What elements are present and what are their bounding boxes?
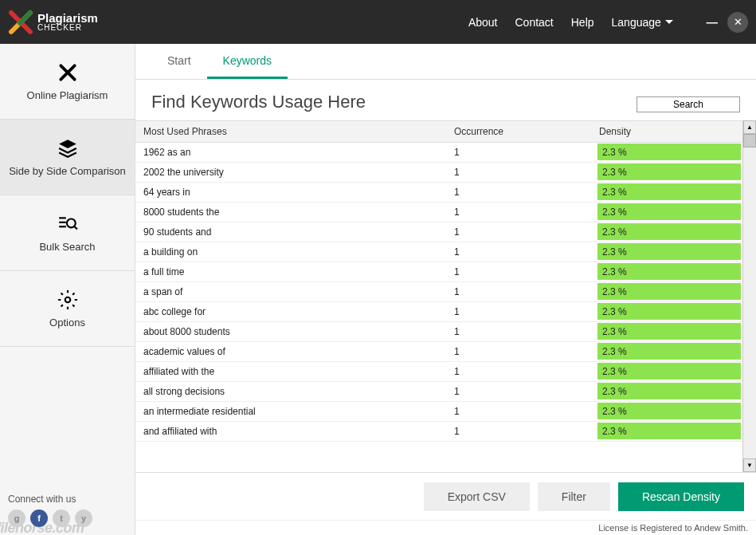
sidebar-item-label: Online Plagiarism [27, 89, 108, 101]
cell-phrase: 2002 the university [135, 167, 454, 178]
sidebar-item-label: Options [49, 317, 85, 328]
table-row[interactable]: 64 years in12.3 % [135, 183, 742, 203]
sidebar-item-label: Side by Side Comparison [9, 165, 126, 177]
status-bar: License is Registered to Andew Smith. [135, 520, 756, 535]
cell-density: 2.3 % [597, 323, 741, 340]
cell-occurrence: 1 [454, 366, 597, 377]
vertical-scrollbar[interactable]: ▲ ▼ [742, 120, 756, 472]
cell-occurrence: 1 [454, 207, 597, 218]
nav-contact[interactable]: Contact [515, 16, 553, 29]
content-area: Start Keywords Find Keywords Usage Here … [135, 44, 756, 535]
cell-density: 2.3 % [597, 203, 741, 221]
app-logo: Plagiarism CHECKER [8, 10, 98, 35]
cell-phrase: abc college for [135, 306, 454, 317]
list-search-icon [57, 214, 78, 234]
tab-keywords[interactable]: Keywords [207, 45, 288, 79]
cell-density: 2.3 % [597, 163, 741, 181]
cell-density: 2.3 % [597, 383, 741, 400]
export-csv-button[interactable]: Export CSV [424, 482, 530, 511]
layers-icon [57, 138, 78, 159]
cell-phrase: about 8000 students [135, 326, 454, 337]
table-row[interactable]: 90 students and12.3 % [135, 222, 742, 242]
search-input[interactable]: Search [637, 96, 740, 112]
sidebar-item-options[interactable]: Options [0, 271, 135, 347]
cell-density: 2.3 % [597, 183, 741, 201]
cell-occurrence: 1 [454, 406, 597, 417]
cell-density: 2.3 % [597, 423, 741, 440]
table-row[interactable]: about 8000 students12.3 % [135, 322, 742, 342]
social-google-icon[interactable]: g [8, 509, 25, 527]
cell-density: 2.3 % [597, 263, 741, 281]
table-row[interactable]: academic values of12.3 % [135, 342, 742, 362]
connect-label: Connect with us [8, 494, 127, 505]
tab-start[interactable]: Start [151, 45, 207, 79]
column-header-phrase[interactable]: Most Used Phrases [135, 126, 454, 137]
sidebar-item-comparison[interactable]: Side by Side Comparison [0, 120, 135, 195]
cell-occurrence: 1 [454, 266, 597, 277]
cell-phrase: 1962 as an [135, 147, 454, 158]
cell-phrase: an intermediate residential [135, 406, 454, 417]
logo-subtitle: CHECKER [37, 24, 98, 32]
table-row[interactable]: and affiliated with12.3 % [135, 422, 742, 442]
table-row[interactable]: a span of12.3 % [135, 282, 742, 302]
sidebar-item-bulk-search[interactable]: Bulk Search [0, 195, 135, 271]
cell-density: 2.3 % [597, 303, 741, 321]
rescan-density-button[interactable]: Rescan Density [618, 482, 744, 511]
svg-point-3 [66, 218, 75, 227]
cell-density: 2.3 % [597, 223, 741, 241]
page-heading: Find Keywords Usage Here [151, 92, 366, 112]
nav-about[interactable]: About [468, 16, 498, 29]
column-header-density[interactable]: Density [597, 126, 742, 137]
table-row[interactable]: 8000 students the12.3 % [135, 203, 742, 222]
table-row[interactable]: 1962 as an12.3 % [135, 143, 742, 163]
cell-phrase: and affiliated with [135, 426, 454, 437]
table-row[interactable]: all strong decisions12.3 % [135, 382, 742, 402]
social-youtube-icon[interactable]: y [75, 509, 92, 527]
scroll-thumb[interactable] [743, 134, 756, 148]
cell-phrase: a span of [135, 286, 454, 297]
gear-icon [57, 289, 78, 310]
table-row[interactable]: abc college for12.3 % [135, 302, 742, 322]
cell-occurrence: 1 [454, 306, 597, 317]
cell-density: 2.3 % [597, 363, 741, 380]
social-twitter-icon[interactable]: t [53, 509, 70, 527]
cell-occurrence: 1 [454, 286, 597, 297]
cell-phrase: 90 students and [135, 226, 454, 238]
cell-occurrence: 1 [454, 326, 597, 337]
cell-phrase: all strong decisions [135, 386, 454, 397]
tabs: Start Keywords [135, 44, 756, 80]
filter-button[interactable]: Filter [538, 482, 610, 511]
nav-language-label: Language [612, 16, 661, 29]
close-button[interactable]: ✕ [727, 12, 748, 33]
keywords-table: Most Used Phrases Occurrence Density 196… [135, 120, 742, 472]
svg-point-5 [65, 297, 70, 302]
cell-occurrence: 1 [454, 187, 597, 198]
scroll-track[interactable] [743, 148, 756, 458]
table-row[interactable]: a building on12.3 % [135, 242, 742, 262]
sidebar: Online Plagiarism Side by Side Compariso… [0, 44, 135, 535]
cell-phrase: 8000 students the [135, 207, 454, 218]
x-logo-icon [8, 10, 33, 35]
cell-phrase: 64 years in [135, 187, 454, 198]
cell-density: 2.3 % [597, 243, 741, 261]
table-row[interactable]: an intermediate residential12.3 % [135, 402, 742, 422]
cell-occurrence: 1 [454, 147, 597, 158]
cell-occurrence: 1 [454, 167, 597, 178]
table-row[interactable]: a full time12.3 % [135, 262, 742, 282]
nav-language[interactable]: Language [612, 16, 673, 29]
table-row[interactable]: 2002 the university12.3 % [135, 163, 742, 183]
sidebar-item-online-plagiarism[interactable]: Online Plagiarism [0, 44, 135, 120]
cell-occurrence: 1 [454, 346, 597, 357]
social-facebook-icon[interactable]: f [30, 509, 48, 527]
nav-help[interactable]: Help [571, 16, 594, 29]
cell-occurrence: 1 [454, 246, 597, 258]
cell-phrase: a full time [135, 266, 454, 277]
sidebar-footer: Connect with us filehorse.com g f t y [0, 486, 135, 535]
column-header-occurrence[interactable]: Occurrence [454, 126, 597, 137]
table-row[interactable]: affiliated with the12.3 % [135, 362, 742, 382]
scroll-down-arrow[interactable]: ▼ [743, 458, 756, 472]
svg-line-4 [74, 226, 76, 229]
cell-occurrence: 1 [454, 426, 597, 437]
cell-occurrence: 1 [454, 226, 597, 238]
scroll-up-arrow[interactable]: ▲ [743, 120, 756, 134]
